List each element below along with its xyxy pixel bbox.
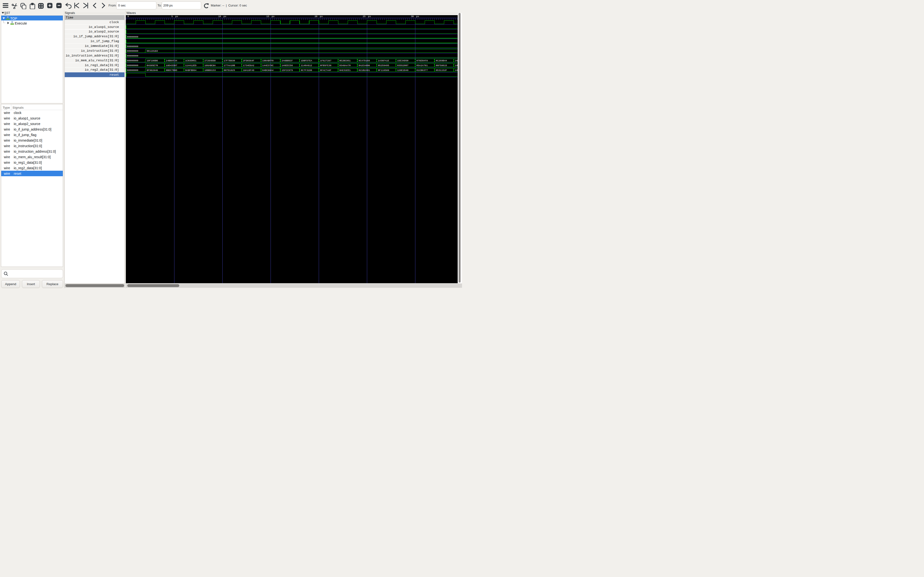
svg-text:1C03D051: 1C03D051 — [185, 60, 196, 62]
svg-text:03552007: 03552007 — [397, 64, 408, 67]
svg-text:001101B3: 001101B3 — [147, 50, 158, 53]
svg-text:00000000: 00000000 — [127, 50, 138, 53]
svg-text:20: 20 — [315, 15, 317, 18]
svg-text:ps: ps — [223, 15, 226, 18]
svg-text:128E2D49: 128E2D49 — [397, 69, 408, 72]
svg-text:24B0AF34: 24B0AF34 — [166, 60, 177, 62]
svg-text:5: 5 — [171, 15, 173, 18]
svg-text:1DBFD7EA: 1DBFD7EA — [301, 60, 312, 62]
svg-text:114412ED: 114412ED — [185, 64, 196, 67]
svg-text:0C7F31D8: 0C7F31D8 — [301, 69, 312, 72]
svg-text:021B2AD1: 021B2AD1 — [359, 69, 370, 72]
svg-text:0BDC7B9D: 0BDC7B9D — [166, 69, 177, 72]
svg-text:00000000: 00000000 — [127, 55, 138, 57]
svg-text:105A2F3C: 105A2F3C — [455, 64, 458, 67]
svg-text:01CB6377: 01CB6377 — [417, 69, 428, 72]
svg-text:0F982846: 0F982846 — [147, 69, 158, 72]
svg-text:1F627287: 1F627287 — [320, 60, 331, 62]
svg-text:0C47D169: 0C47D169 — [359, 60, 370, 62]
svg-text:0ABFBD64: 0ABFBD64 — [185, 69, 196, 72]
svg-text:06F58615: 06F58615 — [436, 64, 447, 67]
svg-text:2A6BB5CF: 2A6BB5CF — [281, 60, 293, 62]
svg-text:18D43397: 18D43397 — [166, 64, 177, 67]
svg-text:05259495: 05259495 — [378, 64, 389, 67]
svg-text:0348AA70: 0348AA70 — [339, 64, 351, 67]
svg-text:17F7B930: 17F7B930 — [224, 60, 235, 62]
svg-text:190ABFF0: 190ABFF0 — [262, 60, 274, 62]
svg-text:167D9E21: 167D9E21 — [455, 69, 458, 72]
svg-text:ps: ps — [368, 15, 371, 18]
svg-text:166ABC8A: 166ABC8A — [205, 64, 216, 67]
svg-text:25: 25 — [363, 15, 365, 18]
svg-text:076E0AF8: 076E0AF8 — [417, 60, 428, 62]
svg-text:27264DDD: 27264DDD — [205, 60, 216, 62]
svg-text:ps: ps — [320, 15, 323, 18]
svg-text:0F116589: 0F116589 — [378, 69, 389, 72]
svg-text:30: 30 — [411, 15, 414, 18]
svg-text:15FCC979: 15FCC979 — [281, 69, 293, 72]
svg-text:ps: ps — [175, 15, 178, 18]
svg-text:00000000: 00000000 — [127, 64, 138, 67]
svg-text:26C04B17: 26C04B17 — [455, 60, 458, 62]
svg-text:10BB9153: 10BB9153 — [205, 69, 216, 72]
svg-text:177AA10B: 177AA10B — [224, 64, 235, 67]
svg-text:0FAC744F: 0FAC744F — [320, 69, 331, 72]
svg-text:1140A612: 1140A612 — [301, 64, 312, 67]
svg-text:1734E6A2: 1734E6A2 — [243, 64, 254, 67]
svg-text:00000000: 00000000 — [127, 45, 138, 48]
svg-text:ps: ps — [416, 15, 419, 18]
svg-text:ps: ps — [272, 15, 275, 18]
svg-text:2FD6564F: 2FD6564F — [243, 60, 254, 62]
svg-text:05A2A781: 05A2A781 — [417, 64, 428, 67]
svg-text:0FB5FE38: 0FB5FE38 — [320, 64, 331, 67]
svg-text:007D1825: 007D1825 — [224, 69, 235, 72]
svg-text:04BC88A4: 04BC88A4 — [262, 69, 274, 72]
svg-text:19F186B6: 19F186B6 — [147, 60, 158, 62]
svg-text:0AE31EE1: 0AE31EE1 — [339, 69, 351, 72]
svg-text:0A2CA698: 0A2CA698 — [359, 64, 370, 67]
svg-text:0: 0 — [128, 15, 129, 18]
svg-text:0A595E70: 0A595E70 — [147, 64, 158, 67]
svg-text:0E2BC951: 0E2BC951 — [339, 60, 351, 62]
svg-text:00000000: 00000000 — [127, 69, 138, 72]
svg-text:1436FA1E: 1436FA1E — [378, 60, 389, 62]
svg-text:00000000: 00000000 — [127, 35, 138, 38]
svg-text:146EEC56: 146EEC56 — [281, 64, 293, 67]
svg-text:10: 10 — [218, 15, 221, 18]
svg-text:15E34D50: 15E34D50 — [397, 60, 408, 62]
svg-text:18A16FAD: 18A16FAD — [243, 69, 254, 72]
svg-text:15: 15 — [267, 15, 269, 18]
svg-text:00000000: 00000000 — [127, 60, 138, 62]
svg-text:0531152F: 0531152F — [436, 69, 447, 72]
svg-text:144E374C: 144E374C — [262, 64, 274, 67]
svg-text:0C269B44: 0C269B44 — [436, 60, 447, 62]
